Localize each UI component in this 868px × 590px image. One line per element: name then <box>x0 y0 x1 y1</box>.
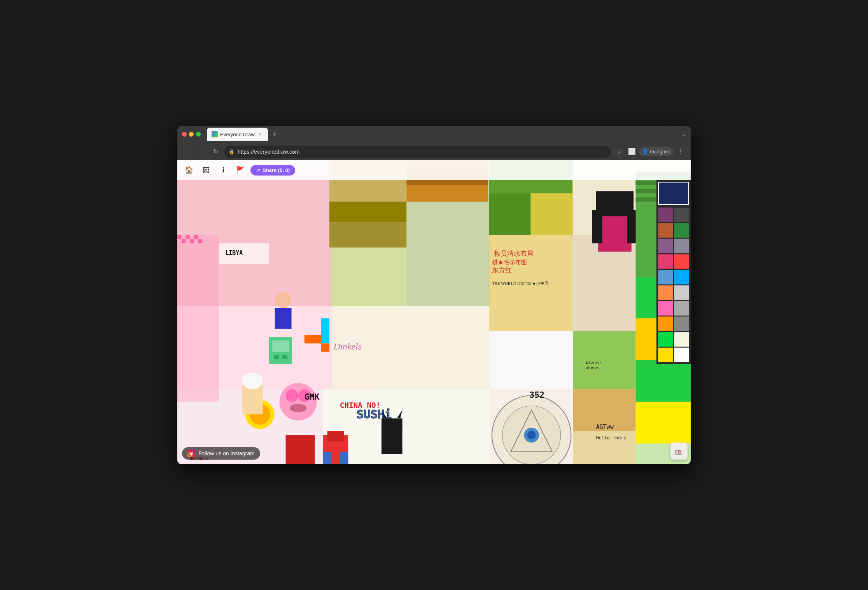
instagram-label: Follow us on Instagram <box>198 450 255 457</box>
color-swatch[interactable] <box>658 285 673 300</box>
share-label: Share (0, 0) <box>262 167 290 173</box>
color-swatch[interactable] <box>658 223 673 238</box>
eraser-button[interactable] <box>670 442 688 460</box>
color-swatch[interactable] <box>658 239 673 253</box>
home-icon: 🏠 <box>185 166 193 174</box>
svg-rect-38 <box>329 223 406 248</box>
svg-rect-108 <box>382 425 402 454</box>
page-content: LIBYA ZDR SUSHi GMK CHINA NO <box>177 160 691 464</box>
svg-rect-93 <box>177 235 182 239</box>
svg-rect-102 <box>636 402 691 443</box>
svg-rect-114 <box>490 331 573 389</box>
color-swatch[interactable] <box>674 207 689 222</box>
tab-chevron-icon[interactable]: ⌄ <box>681 131 686 137</box>
info-icon: ℹ <box>222 166 225 174</box>
minimize-button[interactable] <box>189 132 194 137</box>
incognito-label: Incognito <box>650 149 670 155</box>
color-swatch[interactable] <box>658 332 673 347</box>
svg-rect-98 <box>198 239 203 244</box>
color-swatch[interactable] <box>674 270 689 284</box>
instagram-icon: ◉ <box>187 450 195 457</box>
svg-rect-70 <box>275 308 292 329</box>
svg-rect-41 <box>531 193 572 235</box>
browser-window: Everyone Draw × + ⌄ ← → ↻ 🔒 https://ever… <box>177 126 691 464</box>
incognito-button[interactable]: 👤 Incognito <box>639 147 674 156</box>
svg-rect-16 <box>573 331 636 389</box>
svg-point-20 <box>280 383 317 420</box>
svg-rect-101 <box>636 360 691 402</box>
flag-tool-button[interactable]: 🚩 <box>233 163 247 177</box>
share-button[interactable]: ↗ Share (0, 0) <box>250 165 295 176</box>
back-button[interactable]: ← <box>182 146 193 157</box>
svg-rect-63 <box>313 335 321 343</box>
svg-rect-94 <box>186 235 190 239</box>
home-tool-button[interactable]: 🏠 <box>182 163 196 177</box>
svg-rect-61 <box>321 335 329 343</box>
color-swatch[interactable] <box>674 223 689 238</box>
svg-rect-106 <box>242 385 263 414</box>
svg-rect-68 <box>282 355 287 359</box>
address-bar: ← → ↻ 🔒 https://everyonedraw.com ☆ ⬜ 👤 I… <box>177 143 691 160</box>
svg-rect-25 <box>327 431 344 441</box>
svg-rect-59 <box>321 318 329 327</box>
color-swatch[interactable] <box>674 332 689 347</box>
color-swatch[interactable] <box>658 316 673 331</box>
color-swatch[interactable] <box>674 348 689 362</box>
menu-button[interactable]: ⋮ <box>675 146 686 157</box>
svg-text:Hello There: Hello There <box>596 435 626 441</box>
color-swatch[interactable] <box>658 301 673 316</box>
share-icon: ↗ <box>256 167 260 173</box>
color-swatch[interactable] <box>674 301 689 316</box>
color-swatch[interactable] <box>658 348 673 362</box>
bookmark-button[interactable]: ☆ <box>614 146 625 157</box>
photo-tool-button[interactable]: 🖼 <box>199 163 213 177</box>
svg-rect-67 <box>274 355 279 359</box>
maximize-button[interactable] <box>196 132 201 137</box>
pixel-art-canvas[interactable]: LIBYA ZDR SUSHi GMK CHINA NO <box>177 160 691 464</box>
color-swatch[interactable] <box>674 239 689 253</box>
color-swatch[interactable] <box>674 316 689 331</box>
color-swatch[interactable] <box>674 254 689 269</box>
eraser-icon <box>674 446 684 456</box>
refresh-button[interactable]: ↻ <box>210 146 221 157</box>
address-text: https://everyonedraw.com <box>238 149 300 155</box>
tab-close-button[interactable]: × <box>257 131 263 137</box>
color-palette <box>656 180 691 364</box>
photo-icon: 🖼 <box>203 166 210 174</box>
selected-color-display <box>658 182 689 205</box>
color-swatch[interactable] <box>658 270 673 284</box>
svg-text:Wizard: Wizard <box>586 360 601 365</box>
svg-text:棋★毛学布围: 棋★毛学布围 <box>492 259 527 265</box>
svg-text:CHINA NO!: CHINA NO! <box>340 401 380 410</box>
active-tab[interactable]: Everyone Draw × <box>207 128 268 141</box>
svg-rect-27 <box>340 452 348 464</box>
address-input[interactable]: 🔒 https://everyonedraw.com <box>224 146 611 158</box>
forward-button[interactable]: → <box>196 146 207 157</box>
svg-point-21 <box>286 389 298 402</box>
svg-point-107 <box>242 372 263 389</box>
svg-text:LIBYA: LIBYA <box>225 249 243 256</box>
color-swatch[interactable] <box>658 254 673 269</box>
new-tab-button[interactable]: + <box>270 129 280 140</box>
lock-icon: 🔒 <box>229 149 234 155</box>
page-toolbar: 🏠 🖼 ℹ 🚩 ↗ Share (0, 0) <box>177 160 691 180</box>
svg-rect-109 <box>382 418 402 427</box>
close-button[interactable] <box>182 132 187 137</box>
address-actions: ☆ ⬜ 👤 Incognito ⋮ <box>614 146 686 157</box>
instagram-footer[interactable]: ◉ Follow us on Instagram <box>182 447 260 460</box>
svg-text:above.: above. <box>586 365 601 371</box>
sidebar-button[interactable]: ⬜ <box>626 146 637 157</box>
svg-rect-96 <box>182 239 186 244</box>
svg-rect-117 <box>678 450 681 454</box>
info-tool-button[interactable]: ℹ <box>216 163 230 177</box>
color-swatch[interactable] <box>674 285 689 300</box>
traffic-lights <box>182 132 201 137</box>
svg-point-69 <box>275 291 292 308</box>
svg-point-23 <box>290 404 306 412</box>
color-swatch[interactable] <box>658 207 673 222</box>
svg-text:352: 352 <box>529 390 544 400</box>
svg-rect-57 <box>592 210 602 244</box>
svg-text:AGTww: AGTww <box>596 423 614 430</box>
tab-favicon <box>212 131 218 137</box>
svg-text:THE WORLD UNITE! ★小主同: THE WORLD UNITE! ★小主同 <box>492 281 549 286</box>
